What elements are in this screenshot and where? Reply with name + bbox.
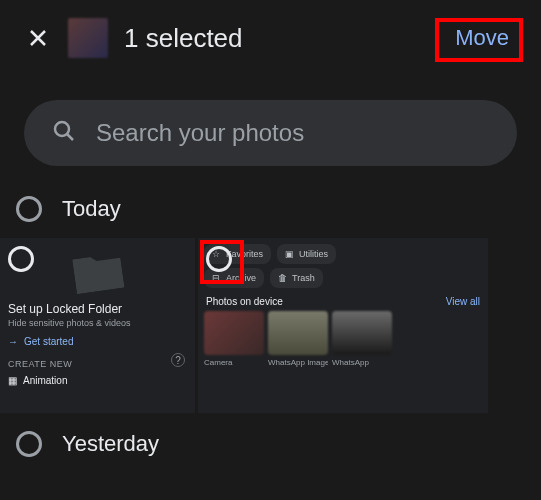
search-bar[interactable]: Search your photos <box>24 100 517 166</box>
search-placeholder: Search your photos <box>96 119 304 147</box>
view-all-link: View all <box>446 296 480 307</box>
photos-on-device-header: Photos on device View all <box>206 296 480 307</box>
select-photo-checkbox[interactable] <box>206 246 232 272</box>
close-icon[interactable] <box>24 24 52 52</box>
device-albums-row: Camera WhatsApp Images WhatsApp <box>204 311 482 367</box>
utilities-chip: ▣ Utilities <box>277 244 336 264</box>
create-new-label: CREATE NEW <box>8 359 187 369</box>
select-photo-checkbox[interactable] <box>8 246 34 272</box>
photos-on-device-label: Photos on device <box>206 296 283 307</box>
select-today-checkbox[interactable] <box>16 196 42 222</box>
library-chips-row-2: ⊟ Archive 🗑 Trash <box>204 268 482 288</box>
archive-icon: ⊟ <box>212 273 222 283</box>
locked-folder-title: Set up Locked Folder <box>8 302 187 316</box>
section-yesterday: Yesterday <box>0 413 541 457</box>
arrow-right-icon: → <box>8 336 18 347</box>
album-whatsapp-images: WhatsApp Images <box>268 311 328 367</box>
info-icon: ? <box>171 353 185 367</box>
select-yesterday-checkbox[interactable] <box>16 431 42 457</box>
album-label: WhatsApp Images <box>268 358 328 367</box>
section-label-yesterday: Yesterday <box>62 431 159 457</box>
library-chips-row-1: ☆ Favorites ▣ Utilities <box>204 244 482 264</box>
screenshot-thumbnail-1[interactable]: Set up Locked Folder Hide sensitive phot… <box>0 238 195 413</box>
selection-count: 1 selected <box>124 23 431 54</box>
svg-point-0 <box>55 122 69 136</box>
trash-chip: 🗑 Trash <box>270 268 323 288</box>
move-button[interactable]: Move <box>447 19 517 57</box>
album-thumb <box>268 311 328 355</box>
today-photos-row: Set up Locked Folder Hide sensitive phot… <box>0 238 541 413</box>
animation-label: Animation <box>23 375 67 386</box>
selection-header: 1 selected Move <box>0 0 541 76</box>
animation-row: ▦ Animation <box>8 375 187 386</box>
album-thumb <box>332 311 392 355</box>
screenshot-thumbnail-2[interactable]: ☆ Favorites ▣ Utilities ⊟ Archive 🗑 Tras… <box>198 238 488 413</box>
album-whatsapp: WhatsApp <box>332 311 392 367</box>
utilities-label: Utilities <box>299 249 328 259</box>
trash-label: Trash <box>292 273 315 283</box>
archive-label: Archive <box>226 273 256 283</box>
album-label: Camera <box>204 358 264 367</box>
section-label-today: Today <box>62 196 121 222</box>
search-icon <box>52 119 76 147</box>
locked-folder-subtitle: Hide sensitive photos & videos <box>8 318 187 328</box>
album-thumb <box>204 311 264 355</box>
trash-icon: 🗑 <box>278 273 288 283</box>
selected-thumbnail <box>68 18 108 58</box>
get-started-label: Get started <box>24 336 73 347</box>
album-camera: Camera <box>204 311 264 367</box>
album-label: WhatsApp <box>332 358 392 367</box>
get-started-link: → Get started <box>8 336 187 347</box>
utilities-icon: ▣ <box>285 249 295 259</box>
section-today: Today <box>0 178 541 234</box>
animation-icon: ▦ <box>8 375 17 386</box>
locked-folder-icon <box>64 242 130 300</box>
